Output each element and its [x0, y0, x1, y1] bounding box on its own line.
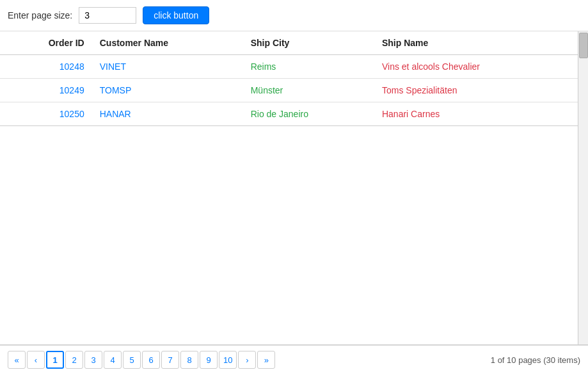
- page-button-9[interactable]: 9: [200, 351, 218, 369]
- page-button-4[interactable]: 4: [104, 351, 122, 369]
- page-button-2[interactable]: 2: [65, 351, 83, 369]
- page-info: 1 of 10 pages (30 items): [491, 355, 580, 365]
- cell-order-id: 10248: [0, 55, 92, 79]
- col-ship-city: Ship City: [243, 31, 374, 55]
- cell-ship-city: Münster: [243, 79, 374, 102]
- click-button[interactable]: click button: [143, 6, 209, 24]
- page-button-8[interactable]: 8: [180, 351, 198, 369]
- pagination-controls: « ‹ 12345678910 › »: [8, 351, 275, 369]
- page-button-10[interactable]: 10: [219, 351, 237, 369]
- page-size-label: Enter page size:: [8, 10, 72, 20]
- table-row: 10248 VINET Reims Vins et alcools Cheval…: [0, 55, 578, 79]
- data-table: Order ID Customer Name Ship City Ship Na…: [0, 31, 578, 126]
- cell-order-id: 10250: [0, 102, 92, 126]
- page-button-3[interactable]: 3: [84, 351, 102, 369]
- col-customer-name: Customer Name: [92, 31, 243, 55]
- next-page-button[interactable]: ›: [238, 351, 256, 369]
- top-bar: Enter page size: click button: [0, 0, 588, 31]
- cell-ship-city: Rio de Janeiro: [243, 102, 374, 126]
- cell-ship-name: Toms Spezialitäten: [374, 79, 578, 102]
- cell-customer-name: VINET: [92, 55, 243, 79]
- page-size-input[interactable]: [79, 7, 136, 24]
- col-order-id: Order ID: [0, 31, 92, 55]
- scrollbar-thumb[interactable]: [579, 33, 588, 58]
- cell-ship-name: Vins et alcools Chevalier: [374, 55, 578, 79]
- cell-ship-name: Hanari Carnes: [374, 102, 578, 126]
- prev-page-button[interactable]: ‹: [27, 351, 45, 369]
- col-ship-name: Ship Name: [374, 31, 578, 55]
- cell-customer-name: TOMSP: [92, 79, 243, 102]
- cell-customer-name: HANAR: [92, 102, 243, 126]
- page-button-6[interactable]: 6: [142, 351, 160, 369]
- cell-ship-city: Reims: [243, 55, 374, 79]
- last-page-button[interactable]: »: [257, 351, 275, 369]
- first-page-button[interactable]: «: [8, 351, 26, 369]
- table-row: 10250 HANAR Rio de Janeiro Hanari Carnes: [0, 102, 578, 126]
- cell-order-id: 10249: [0, 79, 92, 102]
- table-wrapper: Order ID Customer Name Ship City Ship Na…: [0, 31, 588, 345]
- page-button-1[interactable]: 1: [46, 351, 64, 369]
- page-button-5[interactable]: 5: [123, 351, 141, 369]
- page-button-7[interactable]: 7: [161, 351, 179, 369]
- pagination-bar: « ‹ 12345678910 › » 1 of 10 pages (30 it…: [0, 345, 588, 374]
- table-row: 10249 TOMSP Münster Toms Spezialitäten: [0, 79, 578, 102]
- table-header-row: Order ID Customer Name Ship City Ship Na…: [0, 31, 578, 55]
- scrollbar[interactable]: [578, 31, 588, 344]
